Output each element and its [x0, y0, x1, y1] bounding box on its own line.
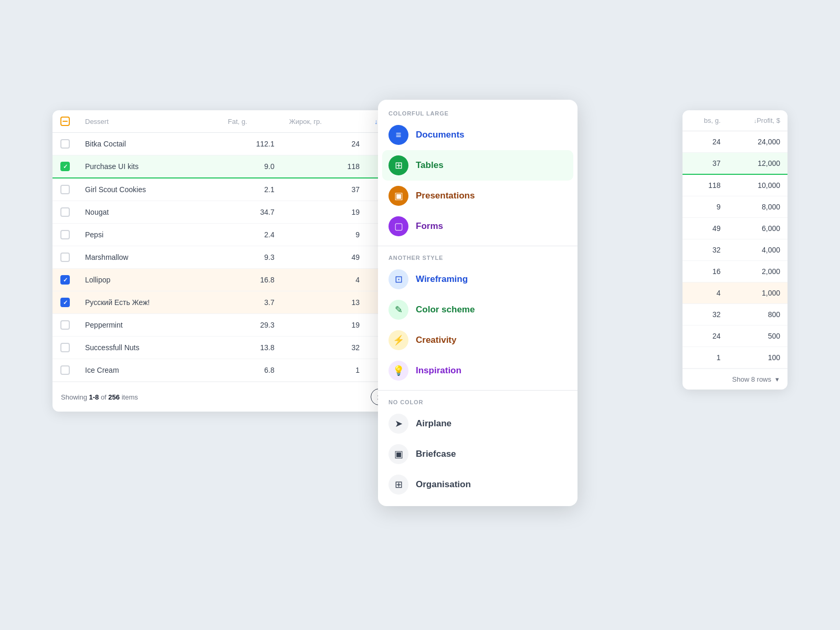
header-checkbox[interactable]	[60, 117, 70, 126]
cell-name: Marshmallow	[78, 246, 220, 269]
cell-name: Lollipop	[78, 269, 220, 291]
cell-zhirok: 19	[282, 201, 367, 224]
chevron-down-icon: ▾	[775, 375, 779, 383]
menu-icon-creativity: ⚡	[388, 330, 408, 350]
cell-fat: 2.1	[220, 178, 282, 201]
cell-bs: 4	[682, 282, 728, 304]
menu-icon-presentations: ▣	[388, 186, 408, 206]
section-colorful-label: COLORFUL LARGE	[378, 106, 578, 120]
menu-label-creativity: Creativity	[416, 335, 456, 345]
cell-fat: 6.8	[220, 359, 282, 382]
menu-dropdown-card: COLORFUL LARGE ≡ Documents ⊞ Tables ▣ Pr…	[378, 100, 578, 506]
pagination-info: Showing 1-8 of 256 items	[61, 393, 368, 401]
cell-profit: 10,000	[728, 174, 788, 196]
menu-item-wireframing[interactable]: ⊡ Wireframing	[378, 264, 578, 295]
cell-name: Nougat	[78, 201, 220, 224]
cell-bs: 16	[682, 261, 728, 282]
divider-1	[378, 246, 578, 246]
cell-zhirok: 9	[282, 224, 367, 246]
cell-fat: 2.4	[220, 224, 282, 246]
cell-profit: 1,000	[728, 282, 788, 304]
row-checkbox[interactable]	[60, 139, 70, 149]
cell-zhirok: 37	[282, 178, 367, 201]
menu-icon-airplane: ➤	[388, 414, 408, 434]
cell-profit: 6,000	[728, 218, 788, 239]
menu-items-colorful: ≡ Documents ⊞ Tables ▣ Presentations ▢ F…	[378, 120, 578, 242]
menu-icon-documents: ≡	[388, 125, 408, 145]
section-nocolor-label: NO COLOR	[378, 395, 578, 408]
menu-item-creativity[interactable]: ⚡ Creativity	[378, 325, 578, 355]
cell-name: Ice Cream	[78, 359, 220, 382]
cell-name: Girl Scout Cookies	[78, 178, 220, 201]
cell-zhirok: 13	[282, 291, 367, 314]
cell-fat: 3.7	[220, 291, 282, 314]
row-checkbox[interactable]	[60, 343, 70, 352]
cell-fat: 16.8	[220, 269, 282, 291]
row-checkbox[interactable]	[60, 230, 70, 239]
row-checkbox[interactable]	[60, 253, 70, 262]
cell-zhirok: 24	[282, 133, 367, 155]
section-another-label: ANOTHER STYLE	[378, 250, 578, 264]
right-table-card: bs, g. ↓ Profit, $ 24 24,000 37 12,000 1…	[682, 110, 788, 390]
cell-profit: 12,000	[728, 153, 788, 175]
menu-label-airplane: Airplane	[416, 418, 452, 429]
cell-profit: 8,000	[728, 196, 788, 218]
menu-label-forms: Forms	[416, 221, 443, 232]
col-zhirok: Жирок, гр.	[282, 110, 367, 133]
menu-icon-tables: ⊞	[388, 155, 408, 175]
row-checkbox[interactable]: ✓	[60, 162, 70, 171]
menu-item-color-scheme[interactable]: ✎ Color scheme	[378, 295, 578, 325]
cell-fat: 34.7	[220, 201, 282, 224]
menu-label-inspiration: Inspiration	[416, 365, 461, 376]
cell-profit: 4,000	[728, 239, 788, 261]
cell-fat: 9.0	[220, 155, 282, 178]
cell-bs: 9	[682, 196, 728, 218]
show-rows-control[interactable]: Show 8 rows ▾	[682, 369, 788, 390]
col-bs: bs, g.	[682, 110, 728, 131]
cell-name: Pepsi	[78, 224, 220, 246]
cell-name: Purchase UI kits	[78, 155, 220, 178]
menu-item-tables[interactable]: ⊞ Tables	[382, 150, 573, 181]
menu-icon-briefcase: ▣	[388, 444, 408, 464]
cell-zhirok: 19	[282, 314, 367, 337]
row-checkbox[interactable]	[60, 185, 70, 194]
cell-name: Peppermint	[78, 314, 220, 337]
menu-item-presentations[interactable]: ▣ Presentations	[378, 181, 578, 211]
cell-name: Русский Есть Жеж!	[78, 291, 220, 314]
menu-item-airplane[interactable]: ➤ Airplane	[378, 408, 578, 439]
menu-label-documents: Documents	[416, 130, 465, 140]
cell-zhirok: 118	[282, 155, 367, 178]
cell-bs: 118	[682, 174, 728, 196]
menu-label-organisation: Organisation	[416, 479, 471, 490]
menu-label-tables: Tables	[416, 160, 444, 171]
menu-item-documents[interactable]: ≡ Documents	[378, 120, 578, 150]
cell-name: Successfull Nuts	[78, 337, 220, 359]
cell-fat: 9.3	[220, 246, 282, 269]
menu-items-nocolor: ➤ Airplane ▣ Briefcase ⊞ Organisation	[378, 408, 578, 500]
cell-bs: 32	[682, 239, 728, 261]
cell-name: Bitka Coctail	[78, 133, 220, 155]
cell-fat: 112.1	[220, 133, 282, 155]
menu-item-briefcase[interactable]: ▣ Briefcase	[378, 439, 578, 469]
row-checkbox[interactable]	[60, 365, 70, 375]
row-checkbox[interactable]: ✓	[60, 298, 70, 307]
menu-label-color-scheme: Color scheme	[416, 304, 475, 315]
row-checkbox[interactable]	[60, 207, 70, 217]
cell-bs: 1	[682, 347, 728, 369]
cell-fat: 13.8	[220, 337, 282, 359]
cell-zhirok: 32	[282, 337, 367, 359]
menu-item-inspiration[interactable]: 💡 Inspiration	[378, 355, 578, 386]
cell-profit: 2,000	[728, 261, 788, 282]
col-dessert: Dessert	[78, 110, 220, 133]
menu-item-organisation[interactable]: ⊞ Organisation	[378, 469, 578, 500]
menu-items-another: ⊡ Wireframing ✎ Color scheme ⚡ Creativit…	[378, 264, 578, 386]
cell-bs: 49	[682, 218, 728, 239]
row-checkbox[interactable]	[60, 320, 70, 330]
col-profit: ↓ Profit, $	[728, 110, 788, 131]
cell-profit: 100	[728, 347, 788, 369]
menu-icon-color-scheme: ✎	[388, 300, 408, 320]
col-fat: Fat, g.	[220, 110, 282, 133]
row-checkbox[interactable]: ✓	[60, 275, 70, 285]
menu-item-forms[interactable]: ▢ Forms	[378, 211, 578, 242]
cell-profit: 24,000	[728, 131, 788, 153]
